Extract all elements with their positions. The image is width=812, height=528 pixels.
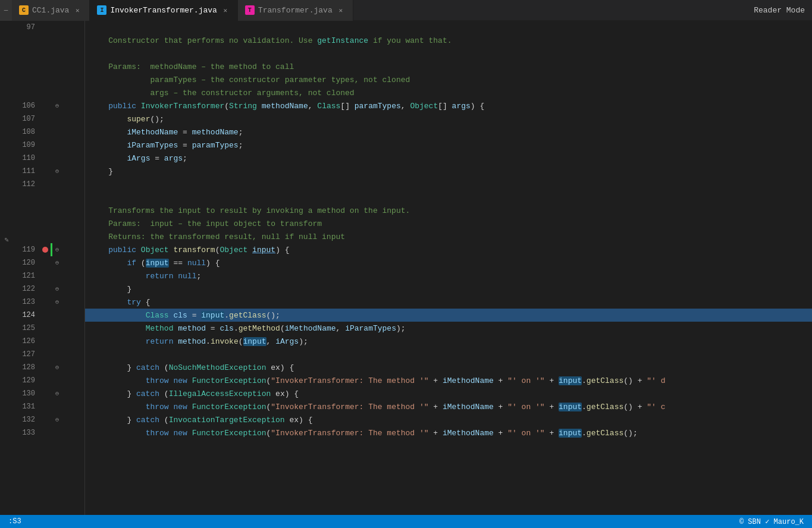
gutter-row: 112 [13, 178, 84, 191]
gutter-row: 132⊖ [13, 413, 84, 426]
edit-icon[interactable]: ✎ [4, 235, 8, 244]
code-line[interactable]: Class cls = input.getClass(); [85, 309, 812, 322]
line-gutter: 97106⊖107108109110111⊖112119⊖120⊖121122⊖… [13, 21, 84, 528]
line-number: 106 [13, 102, 40, 110]
tab-close-transformer[interactable]: ✕ [336, 5, 346, 15]
code-line[interactable] [85, 191, 812, 204]
code-line[interactable]: if (input == null) { [85, 256, 812, 269]
tab-close-cc1[interactable]: ✕ [73, 5, 82, 15]
tab-bar-collapse[interactable]: — [0, 0, 12, 21]
pencil-icon[interactable]: ✎ [4, 236, 8, 244]
code-line[interactable]: } [85, 165, 812, 178]
gutter-row: 125 [13, 322, 84, 335]
code-line[interactable]: public Object transform(Object input) { [85, 243, 812, 256]
gutter-row: 131 [13, 400, 84, 413]
code-line[interactable]: try { [85, 296, 812, 309]
code-line[interactable]: } [85, 282, 812, 296]
tab-transformer[interactable]: T Transformer.java ✕ [238, 0, 353, 21]
doc-comment-line[interactable]: paramTypes – the constructor parameter t… [85, 73, 812, 86]
breakpoint-area[interactable] [40, 247, 51, 253]
doc-comment-line[interactable] [85, 47, 812, 60]
code-line[interactable]: iMethodName = methodName; [85, 125, 812, 139]
line-number: 108 [13, 128, 40, 136]
gutter-row [13, 230, 84, 243]
code-line[interactable]: return method.invoke(input, iArgs); [85, 335, 812, 348]
code-line[interactable] [85, 348, 812, 361]
code-line[interactable]: return null; [85, 269, 812, 282]
status-right: © SBN ✓ Mauro_K [736, 517, 807, 526]
tab-icon-cc1: C [19, 5, 29, 15]
doc-comment-line[interactable]: Params: input – the input object to tran… [85, 217, 812, 230]
fold-icon[interactable]: ⊖ [52, 284, 62, 294]
fold-icon [52, 323, 62, 333]
reader-mode-button[interactable]: Reader Mode [754, 6, 805, 15]
code-editor[interactable]: 97106⊖107108109110111⊖112119⊖120⊖121122⊖… [13, 21, 812, 528]
doc-comment-line[interactable]: Params: methodName – the method to call [85, 60, 812, 73]
fold-icon [52, 232, 62, 241]
line-number: 109 [13, 141, 40, 149]
fold-icon[interactable]: ⊖ [52, 245, 62, 254]
gutter-row [13, 86, 84, 99]
tab-label-transformer: Transformer.java [258, 6, 333, 15]
fold-icon [52, 193, 62, 202]
fold-icon[interactable]: ⊖ [52, 258, 62, 268]
code-line[interactable]: public InvokerTransformer(String methodN… [85, 99, 812, 112]
gutter-row: 97 [13, 21, 84, 34]
code-line[interactable]: } catch (IllegalAccessException ex) { [85, 387, 812, 400]
fold-icon[interactable]: ⊖ [52, 297, 62, 307]
code-line[interactable]: iParamTypes = paramTypes; [85, 139, 812, 152]
gutter-row: 130⊖ [13, 387, 84, 400]
fold-icon[interactable]: ⊖ [52, 389, 62, 398]
fold-icon[interactable]: ⊖ [52, 415, 62, 425]
fold-icon [52, 206, 62, 215]
gutter-row [13, 217, 84, 230]
code-line[interactable]: super(); [85, 112, 812, 125]
fold-icon [52, 140, 62, 150]
line-number: 107 [13, 115, 40, 123]
code-line[interactable]: iArgs = args; [85, 152, 812, 165]
line-number: 111 [13, 167, 40, 175]
code-line[interactable]: } catch (NoSuchMethodException ex) { [85, 361, 812, 374]
line-number: 127 [13, 350, 40, 359]
code-line[interactable] [85, 178, 812, 191]
gutter-row: 133 [13, 426, 84, 439]
code-line[interactable]: throw new FunctorException("InvokerTrans… [85, 426, 812, 439]
gutter-row: 127 [13, 348, 84, 361]
fold-icon[interactable]: ⊖ [52, 363, 62, 372]
gutter-row: 123⊖ [13, 296, 84, 309]
tab-invoker[interactable]: I InvokerTransformer.java ✕ [90, 0, 237, 21]
line-number: 125 [13, 324, 40, 332]
code-content[interactable]: Constructor that performs no validation.… [85, 21, 812, 528]
code-line[interactable] [85, 21, 812, 34]
code-line[interactable]: } catch (InvocationTargetException ex) { [85, 413, 812, 426]
fold-icon [52, 337, 62, 346]
code-line[interactable]: Method method = cls.getMethod(iMethodNam… [85, 322, 812, 335]
gutter-row: 110 [13, 152, 84, 165]
doc-comment-line[interactable]: args – the constructor arguments, not cl… [85, 86, 812, 99]
tab-cc1[interactable]: C CC1.java ✕ [12, 0, 90, 21]
fold-icon [52, 310, 62, 320]
tab-close-invoker[interactable]: ✕ [221, 5, 230, 15]
doc-comment-line[interactable]: Returns: the transformed result, null if… [85, 230, 812, 243]
fold-icon[interactable]: ⊖ [52, 166, 62, 176]
gutter-row: 106⊖ [13, 99, 84, 112]
line-number: 132 [13, 416, 40, 424]
doc-comment-line[interactable]: Transforms the input to result by invoki… [85, 204, 812, 217]
fold-icon [52, 62, 62, 71]
gutter-row: 122⊖ [13, 282, 84, 296]
gutter-row [13, 34, 84, 47]
gutter-row: 126 [13, 335, 84, 348]
gutter-row [13, 60, 84, 73]
breakpoint-dot [42, 247, 48, 253]
doc-comment-line[interactable]: Constructor that performs no validation.… [85, 34, 812, 47]
line-number: 126 [13, 337, 40, 345]
code-line[interactable]: throw new FunctorException("InvokerTrans… [85, 400, 812, 413]
line-number: 122 [13, 285, 40, 293]
gutter-row: 124 [13, 309, 84, 322]
fold-icon [52, 23, 62, 32]
line-number: 130 [13, 389, 40, 398]
code-line[interactable]: throw new FunctorException("InvokerTrans… [85, 374, 812, 387]
tab-icon-invoker: I [97, 5, 106, 15]
fold-icon[interactable]: ⊖ [52, 101, 62, 111]
status-position[interactable]: :S3 [5, 517, 25, 526]
